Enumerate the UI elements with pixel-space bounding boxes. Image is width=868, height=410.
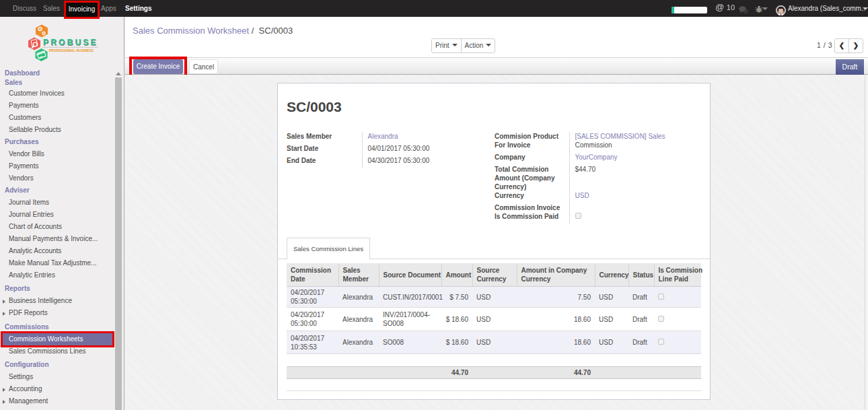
svg-text:PROFESSIONAL BUSINESS: PROFESSIONAL BUSINESS (49, 49, 94, 53)
svg-text:PROBUSE: PROBUSE (43, 38, 98, 47)
